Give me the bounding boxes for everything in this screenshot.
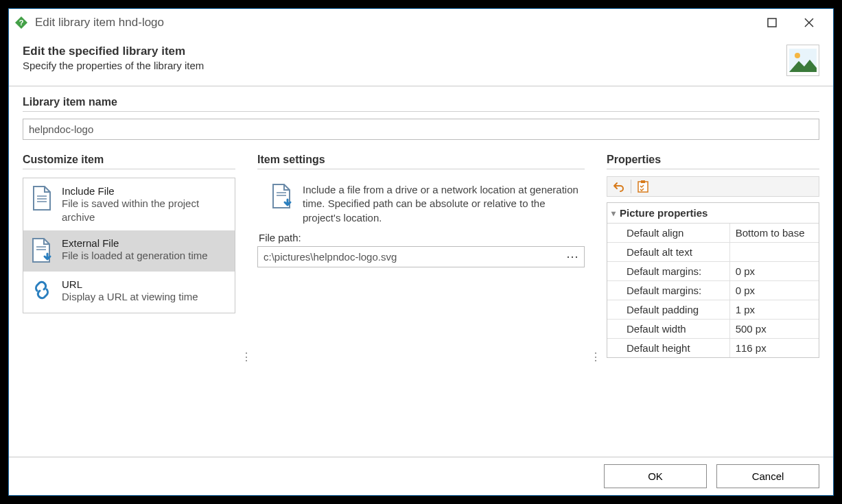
undo-button[interactable]: [610, 178, 628, 195]
settings-label: Item settings: [257, 154, 585, 169]
window-title: Edit library item hnd-logo: [35, 16, 762, 29]
filepath-row: ⋯: [257, 246, 585, 267]
filepath-label: File path:: [259, 232, 585, 243]
property-row[interactable]: Default padding1 px: [607, 300, 819, 320]
app-icon: ?: [14, 16, 28, 29]
properties-toolbar: [607, 176, 819, 197]
titlebar: ? Edit library item hnd-logo: [9, 9, 833, 36]
customize-more-handle[interactable]: ⋮: [239, 154, 253, 457]
property-key: Default padding: [607, 300, 730, 319]
customize-item-desc: File is loaded at generation time: [62, 249, 208, 263]
svg-rect-16: [641, 180, 645, 183]
property-row[interactable]: Default width500 px: [607, 320, 819, 339]
chevron-down-icon: ▾: [611, 208, 616, 218]
svg-rect-2: [768, 19, 776, 27]
customize-item-title: External File: [62, 237, 208, 249]
file-arrow-icon: [271, 183, 294, 225]
properties-group-title: Picture properties: [620, 207, 707, 219]
header-title: Edit the specified library item: [23, 45, 786, 58]
customize-item-url[interactable]: URL Display a URL at viewing time: [23, 272, 235, 313]
customize-item-title: Include File: [62, 185, 228, 197]
close-button[interactable]: [799, 12, 819, 33]
property-value[interactable]: 0 px: [730, 281, 819, 300]
main-content: Customize item Include File: [9, 147, 833, 457]
property-key: Default align: [607, 224, 730, 242]
property-key: Default margins:: [607, 262, 730, 280]
svg-point-6: [795, 53, 800, 58]
customize-list: Include File File is saved within the pr…: [23, 178, 235, 313]
name-input[interactable]: [23, 119, 819, 140]
properties-column: Properties ▾ Picture properties: [607, 154, 819, 457]
property-row[interactable]: Default alt text: [607, 243, 819, 262]
property-value[interactable]: 0 px: [730, 262, 819, 280]
property-value[interactable]: 500 px: [730, 320, 819, 338]
settings-description-row: Include a file from a drive or a network…: [257, 176, 585, 232]
link-icon: [30, 278, 54, 306]
checklist-button[interactable]: [634, 178, 652, 195]
dialog-footer: OK Cancel: [9, 457, 833, 495]
filepath-input[interactable]: [258, 247, 565, 267]
property-key: Default width: [607, 320, 730, 338]
customize-item-desc: File is saved within the project archive: [62, 197, 228, 224]
property-key: Default alt text: [607, 243, 730, 261]
settings-more-handle[interactable]: ⋮: [589, 154, 603, 457]
properties-group-header[interactable]: ▾ Picture properties: [607, 203, 819, 224]
dialog-header: Edit the specified library item Specify …: [9, 36, 833, 86]
property-value[interactable]: 1 px: [730, 300, 819, 319]
settings-column: Item settings Include a file from a driv…: [257, 154, 585, 457]
maximize-button[interactable]: [762, 12, 782, 33]
property-row[interactable]: Default margins:0 px: [607, 262, 819, 281]
ok-button[interactable]: OK: [604, 464, 707, 488]
header-subtitle: Specify the properties of the library it…: [23, 60, 786, 71]
browse-button[interactable]: ⋯: [565, 247, 584, 267]
picture-icon: [786, 45, 819, 76]
property-key: Default height: [607, 339, 730, 357]
customize-column: Customize item Include File: [23, 154, 235, 457]
file-icon: [30, 185, 54, 213]
customize-item-include-file[interactable]: Include File File is saved within the pr…: [23, 178, 235, 230]
cancel-button[interactable]: Cancel: [716, 464, 819, 488]
name-section: Library item name: [9, 86, 833, 147]
toolbar-separator: [631, 180, 631, 193]
dialog-window: ? Edit library item hnd-logo Edit the sp…: [8, 8, 834, 496]
property-value[interactable]: [730, 243, 819, 261]
svg-text:?: ?: [19, 19, 24, 27]
svg-rect-15: [638, 182, 648, 192]
customize-item-external-file[interactable]: External File File is loaded at generati…: [23, 230, 235, 272]
property-value[interactable]: 116 px: [730, 339, 819, 357]
settings-description: Include a file from a drive or a network…: [303, 183, 585, 225]
properties-grid: ▾ Picture properties Default alignBottom…: [607, 202, 819, 358]
property-key: Default margins:: [607, 281, 730, 300]
customize-item-title: URL: [62, 278, 198, 290]
customize-label: Customize item: [23, 154, 235, 169]
file-arrow-icon: [30, 237, 54, 265]
property-row[interactable]: Default margins:0 px: [607, 281, 819, 300]
properties-label: Properties: [607, 154, 819, 169]
property-row[interactable]: Default alignBottom to base: [607, 224, 819, 243]
customize-item-desc: Display a URL at viewing time: [62, 290, 198, 304]
property-value[interactable]: Bottom to base: [730, 224, 819, 242]
name-label: Library item name: [23, 96, 819, 112]
property-row[interactable]: Default height116 px: [607, 339, 819, 357]
